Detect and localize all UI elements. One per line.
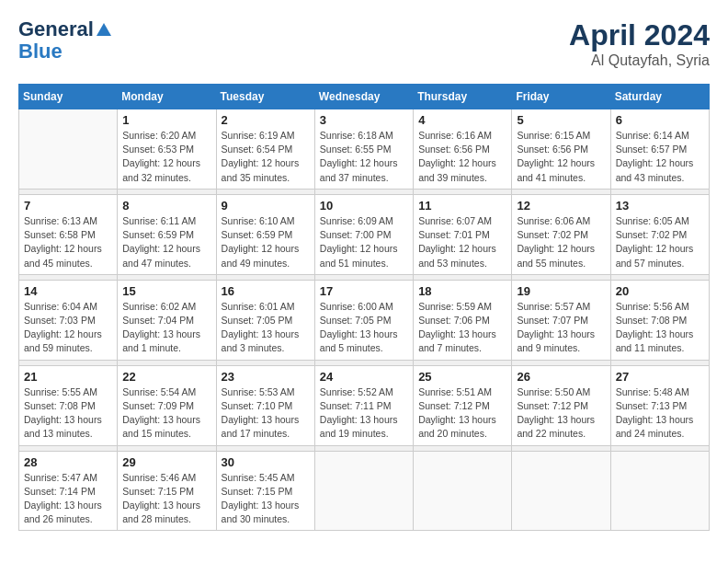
calendar-week-row: 21Sunrise: 5:55 AM Sunset: 7:08 PM Dayli…	[19, 365, 710, 445]
day-detail: Sunrise: 6:01 AM Sunset: 7:05 PM Dayligh…	[222, 300, 310, 356]
table-row: 11Sunrise: 6:07 AM Sunset: 7:01 PM Dayli…	[414, 194, 512, 274]
table-row: 8Sunrise: 6:11 AM Sunset: 6:59 PM Daylig…	[118, 194, 216, 274]
day-number: 27	[616, 370, 704, 384]
table-row: 9Sunrise: 6:10 AM Sunset: 6:59 PM Daylig…	[216, 194, 314, 274]
logo-icon	[96, 21, 112, 38]
day-number: 12	[517, 199, 605, 213]
day-number: 6	[616, 113, 704, 127]
day-detail: Sunrise: 6:06 AM Sunset: 7:02 PM Dayligh…	[517, 214, 605, 270]
day-number: 23	[222, 370, 310, 384]
table-row: 2Sunrise: 6:19 AM Sunset: 6:54 PM Daylig…	[216, 109, 314, 190]
day-number: 17	[320, 284, 408, 298]
day-number: 29	[122, 455, 210, 469]
day-number: 19	[517, 284, 605, 298]
day-detail: Sunrise: 5:59 AM Sunset: 7:06 PM Dayligh…	[418, 300, 506, 356]
table-row: 23Sunrise: 5:53 AM Sunset: 7:10 PM Dayli…	[216, 365, 314, 445]
day-detail: Sunrise: 6:09 AM Sunset: 7:00 PM Dayligh…	[320, 214, 408, 270]
table-row: 29Sunrise: 5:46 AM Sunset: 7:15 PM Dayli…	[118, 451, 216, 531]
calendar-table: Sunday Monday Tuesday Wednesday Thursday…	[18, 84, 710, 531]
title-block: April 2024 Al Qutayfah, Syria	[569, 18, 710, 69]
col-sunday: Sunday	[19, 85, 118, 109]
day-detail: Sunrise: 5:55 AM Sunset: 7:08 PM Dayligh…	[24, 385, 112, 442]
table-row	[314, 451, 413, 531]
table-row: 30Sunrise: 5:45 AM Sunset: 7:15 PM Dayli…	[216, 451, 314, 531]
day-detail: Sunrise: 5:46 AM Sunset: 7:15 PM Dayligh…	[122, 471, 210, 527]
table-row: 25Sunrise: 5:51 AM Sunset: 7:12 PM Dayli…	[414, 365, 512, 445]
calendar-header-row: Sunday Monday Tuesday Wednesday Thursday…	[19, 85, 710, 109]
logo: General Blue	[18, 18, 112, 63]
table-row: 15Sunrise: 6:02 AM Sunset: 7:04 PM Dayli…	[118, 280, 216, 360]
table-row: 14Sunrise: 6:04 AM Sunset: 7:03 PM Dayli…	[19, 280, 118, 360]
table-row: 3Sunrise: 6:18 AM Sunset: 6:55 PM Daylig…	[314, 109, 413, 190]
day-number: 21	[24, 370, 112, 384]
table-row: 17Sunrise: 6:00 AM Sunset: 7:05 PM Dayli…	[314, 280, 413, 360]
table-row: 6Sunrise: 6:14 AM Sunset: 6:57 PM Daylig…	[610, 109, 709, 190]
calendar-week-row: 1Sunrise: 6:20 AM Sunset: 6:53 PM Daylig…	[19, 109, 710, 190]
day-detail: Sunrise: 5:51 AM Sunset: 7:12 PM Dayligh…	[418, 385, 506, 442]
day-number: 22	[122, 370, 210, 384]
logo-general: General	[18, 18, 94, 40]
day-detail: Sunrise: 6:10 AM Sunset: 6:59 PM Dayligh…	[222, 214, 310, 270]
page-header: General Blue April 2024 Al Qutayfah, Syr…	[18, 18, 710, 69]
table-row: 5Sunrise: 6:15 AM Sunset: 6:56 PM Daylig…	[512, 109, 610, 190]
day-detail: Sunrise: 5:47 AM Sunset: 7:14 PM Dayligh…	[24, 471, 112, 527]
day-number: 9	[222, 199, 310, 213]
table-row: 20Sunrise: 5:56 AM Sunset: 7:08 PM Dayli…	[610, 280, 709, 360]
table-row: 10Sunrise: 6:09 AM Sunset: 7:00 PM Dayli…	[314, 194, 413, 274]
day-number: 11	[418, 199, 506, 213]
day-detail: Sunrise: 5:53 AM Sunset: 7:10 PM Dayligh…	[222, 385, 310, 442]
calendar-week-row: 7Sunrise: 6:13 AM Sunset: 6:58 PM Daylig…	[19, 194, 710, 274]
table-row: 24Sunrise: 5:52 AM Sunset: 7:11 PM Dayli…	[314, 365, 413, 445]
day-number: 28	[24, 455, 112, 469]
day-detail: Sunrise: 6:00 AM Sunset: 7:05 PM Dayligh…	[320, 300, 408, 356]
table-row: 22Sunrise: 5:54 AM Sunset: 7:09 PM Dayli…	[118, 365, 216, 445]
day-number: 5	[517, 113, 605, 127]
calendar-week-row: 14Sunrise: 6:04 AM Sunset: 7:03 PM Dayli…	[19, 280, 710, 360]
day-detail: Sunrise: 5:54 AM Sunset: 7:09 PM Dayligh…	[122, 385, 210, 442]
table-row	[610, 451, 709, 531]
day-number: 25	[418, 370, 506, 384]
day-number: 3	[320, 113, 408, 127]
svg-marker-0	[97, 23, 111, 36]
table-row: 26Sunrise: 5:50 AM Sunset: 7:12 PM Dayli…	[512, 365, 610, 445]
day-number: 15	[122, 284, 210, 298]
logo-blue: Blue	[18, 40, 63, 63]
table-row: 18Sunrise: 5:59 AM Sunset: 7:06 PM Dayli…	[414, 280, 512, 360]
day-number: 16	[222, 284, 310, 298]
table-row: 21Sunrise: 5:55 AM Sunset: 7:08 PM Dayli…	[19, 365, 118, 445]
day-number: 24	[320, 370, 408, 384]
table-row: 13Sunrise: 6:05 AM Sunset: 7:02 PM Dayli…	[610, 194, 709, 274]
day-detail: Sunrise: 5:57 AM Sunset: 7:07 PM Dayligh…	[517, 300, 605, 356]
table-row: 4Sunrise: 6:16 AM Sunset: 6:56 PM Daylig…	[414, 109, 512, 190]
table-row: 28Sunrise: 5:47 AM Sunset: 7:14 PM Dayli…	[19, 451, 118, 531]
calendar-week-row: 28Sunrise: 5:47 AM Sunset: 7:14 PM Dayli…	[19, 451, 710, 531]
day-detail: Sunrise: 5:56 AM Sunset: 7:08 PM Dayligh…	[616, 300, 704, 356]
day-detail: Sunrise: 6:11 AM Sunset: 6:59 PM Dayligh…	[122, 214, 210, 270]
day-detail: Sunrise: 6:02 AM Sunset: 7:04 PM Dayligh…	[122, 300, 210, 356]
table-row: 16Sunrise: 6:01 AM Sunset: 7:05 PM Dayli…	[216, 280, 314, 360]
table-row	[19, 109, 118, 190]
col-tuesday: Tuesday	[216, 85, 314, 109]
day-number: 26	[517, 370, 605, 384]
table-row: 12Sunrise: 6:06 AM Sunset: 7:02 PM Dayli…	[512, 194, 610, 274]
day-detail: Sunrise: 6:07 AM Sunset: 7:01 PM Dayligh…	[418, 214, 506, 270]
day-number: 30	[222, 455, 310, 469]
table-row: 27Sunrise: 5:48 AM Sunset: 7:13 PM Dayli…	[610, 365, 709, 445]
day-detail: Sunrise: 6:14 AM Sunset: 6:57 PM Dayligh…	[616, 129, 704, 185]
day-detail: Sunrise: 6:15 AM Sunset: 6:56 PM Dayligh…	[517, 129, 605, 185]
day-detail: Sunrise: 6:18 AM Sunset: 6:55 PM Dayligh…	[320, 129, 408, 185]
day-detail: Sunrise: 6:16 AM Sunset: 6:56 PM Dayligh…	[418, 129, 506, 185]
day-number: 10	[320, 199, 408, 213]
day-number: 18	[418, 284, 506, 298]
table-row: 7Sunrise: 6:13 AM Sunset: 6:58 PM Daylig…	[19, 194, 118, 274]
col-saturday: Saturday	[610, 85, 709, 109]
day-detail: Sunrise: 5:45 AM Sunset: 7:15 PM Dayligh…	[222, 471, 310, 527]
day-number: 20	[616, 284, 704, 298]
col-thursday: Thursday	[414, 85, 512, 109]
day-detail: Sunrise: 6:19 AM Sunset: 6:54 PM Dayligh…	[222, 129, 310, 185]
day-number: 14	[24, 284, 112, 298]
day-detail: Sunrise: 6:04 AM Sunset: 7:03 PM Dayligh…	[24, 300, 112, 356]
col-friday: Friday	[512, 85, 610, 109]
calendar-location: Al Qutayfah, Syria	[569, 52, 710, 69]
day-detail: Sunrise: 6:05 AM Sunset: 7:02 PM Dayligh…	[616, 214, 704, 270]
